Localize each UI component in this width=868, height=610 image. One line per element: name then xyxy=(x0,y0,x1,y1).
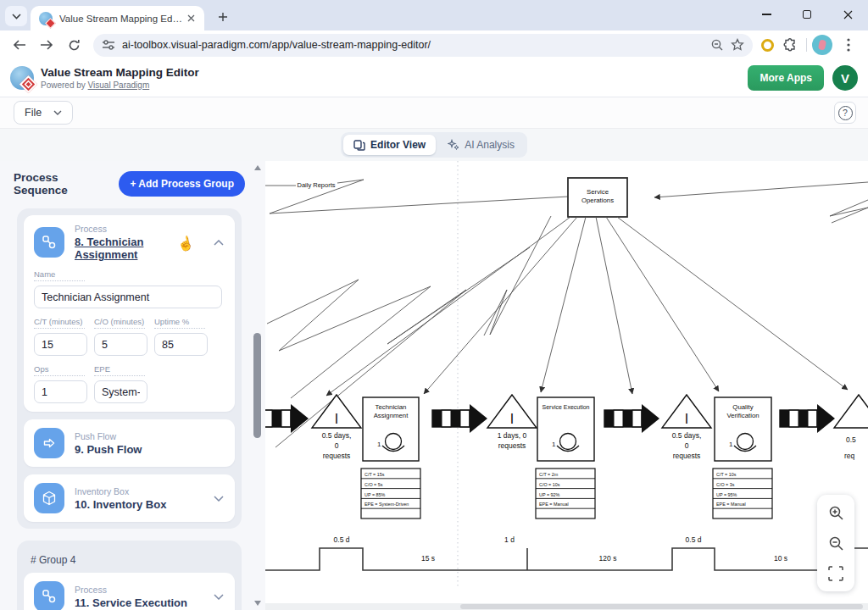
inventory-triangle-1[interactable]: I 0.5 days, 0 requests xyxy=(312,395,361,460)
epe-label: EPE xyxy=(94,364,145,376)
forward-button[interactable] xyxy=(36,34,58,56)
extension-badge-icon[interactable] xyxy=(761,39,774,52)
zoom-out-button[interactable] xyxy=(824,532,848,554)
process-icon xyxy=(34,581,64,610)
process-box-technician-assignment[interactable]: Technician Assignment 1 C/T = 15s C/O = … xyxy=(361,397,420,518)
app-menubar: File ? xyxy=(0,97,868,129)
arrow-right-icon xyxy=(40,39,53,51)
scrollbar-thumb[interactable] xyxy=(253,333,261,438)
editor-pages-icon xyxy=(353,140,365,151)
process-box-quality-verification[interactable]: Quality Verification 1 C/T = 10s C/O = 3… xyxy=(713,397,772,518)
push-arrow-4[interactable] xyxy=(780,404,835,433)
name-field[interactable] xyxy=(34,286,222,308)
timeline-label: 120 s xyxy=(599,554,617,563)
stat-epe: EPE = System-Driven xyxy=(364,502,409,507)
scrollbar-thumb[interactable] xyxy=(460,604,863,609)
tune-icon xyxy=(102,39,115,51)
help-button[interactable]: ? xyxy=(834,102,856,124)
stat-epe: EPE = Manual xyxy=(539,502,569,507)
tab-search-button[interactable] xyxy=(5,6,27,26)
reload-button[interactable] xyxy=(63,34,85,56)
tab-editor-view[interactable]: Editor View xyxy=(343,135,436,155)
card-title: 9. Push Flow xyxy=(75,443,225,456)
plus-icon xyxy=(218,12,228,22)
scroll-up-icon[interactable] xyxy=(254,165,261,170)
co-field[interactable] xyxy=(94,333,147,356)
chevron-down-icon[interactable] xyxy=(213,594,225,600)
stat-ct: C/T = 15s xyxy=(364,472,385,477)
ct-field[interactable] xyxy=(34,333,87,356)
browser-tab[interactable]: Value Stream Mapping Editor xyxy=(31,6,204,30)
inventory-label: 0.5 days, xyxy=(672,431,702,440)
service-operations-box[interactable]: Service Operations xyxy=(568,178,627,217)
tab-close-button[interactable] xyxy=(184,12,198,25)
scroll-down-icon[interactable] xyxy=(254,601,261,606)
stat-co: C/O = 3s xyxy=(716,482,735,487)
timeline-label: 1 d xyxy=(504,535,515,544)
extensions-button[interactable] xyxy=(779,34,801,56)
vsm-diagram: Daily Reports Service Operations xyxy=(265,161,868,610)
inventory-triangle-2[interactable]: I 1 days, 0 requests xyxy=(487,395,537,450)
zoom-in-button[interactable] xyxy=(824,502,848,524)
uptime-field[interactable] xyxy=(154,333,208,356)
close-window-button[interactable] xyxy=(839,6,856,23)
new-tab-button[interactable] xyxy=(213,7,233,27)
process-card-technician-assignment[interactable]: Process 8. Technician Assignment Name C/… xyxy=(24,215,235,412)
info-flow-label: Daily Reports xyxy=(297,181,335,189)
canvas-horizontal-scrollbar[interactable] xyxy=(265,603,868,610)
process-name: Quality xyxy=(732,403,753,411)
puzzle-icon xyxy=(783,38,798,53)
zoom-out-icon xyxy=(828,535,844,552)
url-bar[interactable]: ai-toolbox.visual-paradigm.com/app/value… xyxy=(93,34,753,57)
card-type-label: Process xyxy=(75,224,203,234)
reload-icon xyxy=(68,39,81,52)
tab-ai-analysis[interactable]: AI Analysis xyxy=(437,135,525,155)
process-card-service-execution[interactable]: Process 11. Service Execution xyxy=(24,573,235,610)
close-icon xyxy=(187,14,195,22)
push-arrow-2[interactable] xyxy=(432,404,487,433)
tab-ai-analysis-label: AI Analysis xyxy=(465,139,515,151)
minimize-button[interactable] xyxy=(758,6,775,23)
file-menu-button[interactable]: File xyxy=(14,101,73,125)
sidebar-scrollbar[interactable] xyxy=(252,161,264,610)
visual-paradigm-link[interactable]: Visual Paradigm xyxy=(88,80,150,90)
top-box-line2: Operations xyxy=(581,197,614,204)
fit-screen-button[interactable] xyxy=(824,563,848,585)
inventory-label: requests xyxy=(498,441,526,450)
diagram-canvas[interactable]: Daily Reports Service Operations xyxy=(265,161,868,610)
chevron-down-icon xyxy=(12,14,21,19)
ops-field[interactable] xyxy=(34,380,87,403)
user-avatar[interactable]: V xyxy=(832,65,858,91)
sidebar-header: Process Sequence + Add Process Group xyxy=(0,161,265,205)
bookmark-star-icon[interactable] xyxy=(731,38,744,52)
push-arrow-1[interactable] xyxy=(265,404,309,433)
browser-menu-button[interactable] xyxy=(837,34,860,56)
push-flow-card-9[interactable]: Push Flow 9. Push Flow xyxy=(24,419,235,467)
operator-count: 1 xyxy=(552,441,556,448)
file-menu-label: File xyxy=(25,107,42,119)
maximize-button[interactable] xyxy=(798,6,815,23)
back-button[interactable] xyxy=(8,34,31,56)
inventory-box-card-10[interactable]: Inventory Box 10. Inventory Box xyxy=(24,474,235,522)
inventory-triangle-3[interactable]: I 0.5 days, 0 requests xyxy=(662,395,711,460)
incoming-info-arrow xyxy=(654,182,868,197)
push-arrow-3[interactable] xyxy=(604,404,659,433)
mouse-cursor: ☝ xyxy=(175,234,195,253)
zoom-indicator-icon[interactable] xyxy=(710,38,724,52)
add-process-group-button[interactable]: + Add Process Group xyxy=(119,171,245,197)
process-box-service-execution[interactable]: Service Execution 1 C/T = 2m C/O = 10s U… xyxy=(536,397,595,518)
inventory-label: 0 xyxy=(685,441,689,450)
group4-label: # Group 4 xyxy=(24,547,235,573)
top-box-line1: Service xyxy=(587,188,609,196)
inventory-label: 0.5 days, xyxy=(322,431,352,440)
epe-field[interactable] xyxy=(94,380,147,403)
inventory-triangle-4[interactable]: 0.5 req xyxy=(834,395,868,460)
tab-editor-view-label: Editor View xyxy=(370,139,426,151)
view-tab-bar: Editor View AI Analysis xyxy=(0,129,868,161)
chevron-up-icon[interactable] xyxy=(213,240,225,246)
chevron-down-icon[interactable] xyxy=(213,496,225,502)
more-apps-button[interactable]: More Apps xyxy=(748,65,824,91)
visual-paradigm-logo-icon xyxy=(10,66,34,90)
stat-ct: C/T = 2m xyxy=(539,472,559,477)
browser-profile-avatar[interactable] xyxy=(812,35,832,55)
